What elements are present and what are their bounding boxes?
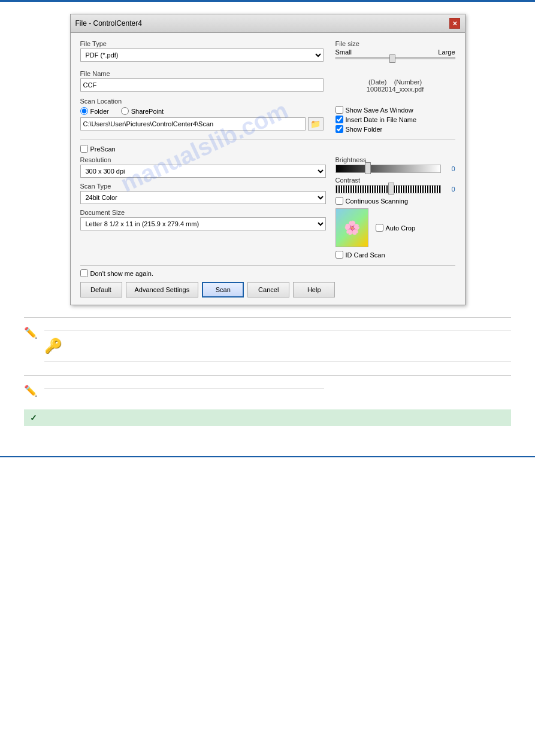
dont-show-row: Don't show me again. — [80, 265, 455, 277]
brightness-slider-row: 0 — [335, 165, 455, 173]
file-checkboxes-col: Show Save As Window Insert Date in File … — [335, 98, 455, 135]
document-size-label: Document Size — [80, 209, 326, 216]
close-button[interactable]: ✕ — [449, 18, 460, 29]
file-type-row: File Type PDF (*.pdf)JPEG (*.jpg)PNG (*.… — [80, 40, 455, 65]
auto-crop-text: Auto Crop — [386, 224, 416, 232]
preview-image: 🌸 — [335, 208, 368, 247]
id-card-scan-label[interactable]: ID Card Scan — [335, 251, 455, 259]
default-button[interactable]: Default — [80, 282, 122, 297]
tool-icon-row: 🔑 — [44, 334, 511, 358]
brightness-value: 0 — [443, 165, 455, 172]
insert-date-label[interactable]: Insert Date in File Name — [335, 116, 455, 123]
auto-crop-checkbox[interactable] — [376, 224, 383, 232]
green-box-text — [42, 414, 44, 422]
preview-auto-crop-row: 🌸 Auto Crop — [335, 208, 455, 247]
file-size-heading: File size — [335, 40, 455, 47]
note-divider-3 — [44, 388, 324, 388]
file-size-thumb — [389, 54, 395, 63]
file-size-track — [335, 57, 455, 59]
contrast-thumb — [388, 183, 394, 195]
prescan-checkbox[interactable] — [80, 145, 88, 153]
continuous-scanning-checkbox[interactable] — [335, 197, 343, 205]
file-name-input[interactable]: CCF — [80, 78, 324, 92]
contrast-slider-row: 0 — [335, 185, 455, 193]
note-body-2 — [44, 384, 511, 392]
key-icon: 🔑 — [44, 338, 62, 354]
sharepoint-label: SharePoint — [131, 108, 164, 115]
dialog-titlebar: File - ControlCenter4 ✕ — [71, 14, 465, 33]
pencil-icon-2: ✏️ — [24, 384, 37, 397]
contrast-slider-track[interactable] — [335, 185, 441, 193]
file-name-right: (Date) (Number) 10082014_xxxx.pdf — [335, 70, 455, 93]
dont-show-label[interactable]: Don't show me again. — [80, 269, 455, 277]
note-row-1: ✏️ 🔑 — [24, 323, 511, 369]
buttons-row: Default Advanced Settings Scan Cancel He… — [80, 282, 455, 297]
divider1 — [80, 139, 455, 140]
document-size-select[interactable]: Letter 8 1/2 x 11 in (215.9 x 279.4 mm)A… — [80, 217, 326, 230]
main-right: Brightness 0 Contrast — [335, 156, 455, 260]
file-size-section: File size Small Large — [335, 40, 455, 59]
check-icon: ✓ — [30, 413, 37, 423]
id-card-scan-text: ID Card Scan — [346, 251, 385, 259]
sharepoint-radio-label[interactable]: SharePoint — [121, 107, 164, 115]
show-save-as-checkbox[interactable] — [335, 106, 343, 114]
path-row: C:\Users\User\Pictures\ControlCenter4\Sc… — [80, 117, 324, 130]
insert-date-checkbox[interactable] — [335, 116, 343, 123]
scan-path-input[interactable]: C:\Users\User\Pictures\ControlCenter4\Sc… — [80, 117, 306, 130]
contrast-label: Contrast — [335, 177, 455, 184]
main-left: Resolution 100 x 100 dpi200 x 200 dpi300… — [80, 156, 326, 260]
contrast-value: 0 — [443, 186, 455, 193]
id-card-scan-checkbox[interactable] — [335, 251, 343, 259]
file-size-col: File size Small Large — [335, 40, 455, 65]
advanced-settings-button[interactable]: Advanced Settings — [126, 282, 199, 297]
main-cols: Resolution 100 x 100 dpi200 x 200 dpi300… — [80, 156, 455, 260]
file-name-row: File Name CCF (Date) (Number) 10082014_x… — [80, 70, 455, 93]
file-type-select[interactable]: PDF (*.pdf)JPEG (*.jpg)PNG (*.png)TIFF (… — [80, 48, 324, 62]
brightness-label: Brightness — [335, 156, 455, 163]
scan-location-radios: Folder SharePoint — [80, 107, 324, 115]
prescan-label[interactable]: PreScan — [80, 145, 455, 153]
show-folder-text: Show Folder — [346, 126, 383, 133]
bottom-line — [0, 456, 535, 457]
file-size-small: Small — [335, 48, 352, 56]
note-divider-1 — [44, 330, 511, 330]
file-size-large: Large — [438, 48, 455, 56]
file-name-left: File Name CCF — [80, 70, 324, 93]
dont-show-checkbox[interactable] — [80, 269, 88, 277]
file-dialog: File - ControlCenter4 ✕ File Type PDF (*… — [70, 14, 466, 305]
continuous-scanning-label[interactable]: Continuous Scanning — [335, 197, 455, 205]
help-button[interactable]: Help — [293, 282, 335, 297]
show-folder-label[interactable]: Show Folder — [335, 125, 455, 133]
cancel-button[interactable]: Cancel — [247, 282, 289, 297]
note-section-2: ✏️ — [24, 375, 511, 401]
file-size-slider[interactable] — [335, 57, 455, 59]
dont-show-text: Don't show me again. — [90, 270, 153, 277]
file-name-label: File Name — [80, 70, 324, 77]
note-body-1: 🔑 — [44, 326, 511, 366]
show-save-as-label[interactable]: Show Save As Window — [335, 106, 455, 114]
date-label: (Date) — [368, 78, 387, 86]
scan-type-select[interactable]: 24bit ColorGrayscaleBlack & White — [80, 191, 326, 204]
brightness-thumb — [365, 162, 371, 174]
folder-radio[interactable] — [80, 107, 88, 115]
show-save-as-text: Show Save As Window — [346, 107, 413, 114]
dialog-body: File Type PDF (*.pdf)JPEG (*.jpg)PNG (*.… — [71, 33, 465, 305]
scan-button[interactable]: Scan — [202, 282, 244, 297]
scan-location-label: Scan Location — [80, 98, 324, 105]
continuous-scanning-text: Continuous Scanning — [346, 198, 409, 205]
pencil-icon-1: ✏️ — [24, 326, 37, 339]
folder-radio-label[interactable]: Folder — [80, 107, 109, 115]
browse-folder-button[interactable]: 📁 — [308, 117, 324, 130]
show-folder-checkbox[interactable] — [335, 125, 343, 133]
dialog-title: File - ControlCenter4 — [75, 19, 142, 28]
folder-label: Folder — [90, 108, 109, 115]
file-type-label: File Type — [80, 40, 324, 47]
file-name-sample: 10082014_xxxx.pdf — [335, 86, 455, 93]
brightness-slider-track[interactable] — [335, 165, 441, 173]
sharepoint-radio[interactable] — [121, 107, 129, 115]
note-row-2: ✏️ — [24, 381, 511, 401]
auto-crop-label[interactable]: Auto Crop — [376, 224, 416, 232]
resolution-select[interactable]: 100 x 100 dpi200 x 200 dpi300 x 300 dpi6… — [80, 165, 326, 178]
green-box: ✓ — [24, 409, 511, 426]
resolution-label: Resolution — [80, 156, 326, 163]
